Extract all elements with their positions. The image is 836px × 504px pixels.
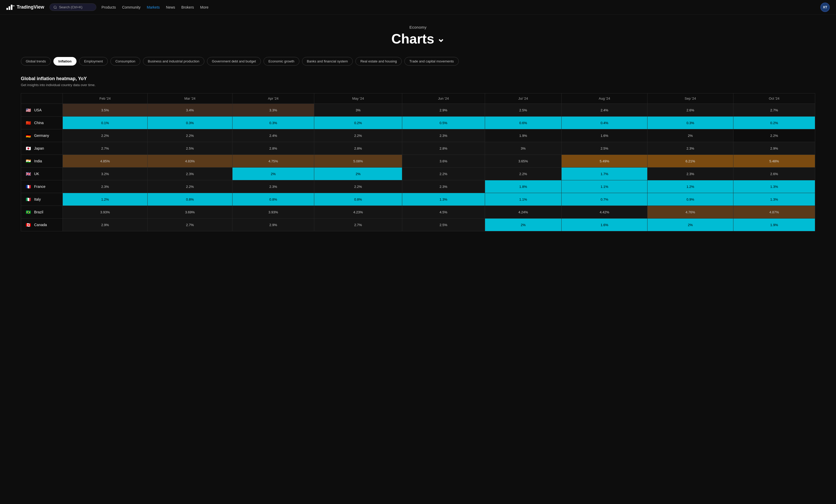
cell-canada-4[interactable]: 2.5% <box>402 218 485 231</box>
cell-china-7[interactable]: 0.3% <box>647 117 734 129</box>
cell-uk-4[interactable]: 2.2% <box>402 168 485 180</box>
cell-usa-3[interactable]: 3% <box>314 104 402 117</box>
country-cell-india[interactable]: 🇮🇳 India <box>21 155 63 168</box>
cell-usa-8[interactable]: 2.7% <box>733 104 815 117</box>
cell-india-3[interactable]: 5.08% <box>314 155 402 168</box>
cell-china-3[interactable]: 0.2% <box>314 117 402 129</box>
cell-brazil-2[interactable]: 3.93% <box>232 206 314 218</box>
table-row[interactable]: 🇫🇷 France 2.3%2.2%2.3%2.2%2.3%1.8%1.1%1.… <box>21 180 815 193</box>
country-cell-germany[interactable]: 🇩🇪 Germany <box>21 129 63 142</box>
cell-germany-2[interactable]: 2.4% <box>232 129 314 142</box>
cell-france-2[interactable]: 2.3% <box>232 180 314 193</box>
country-cell-italy[interactable]: 🇮🇹 Italy <box>21 193 63 206</box>
cell-usa-5[interactable]: 2.5% <box>485 104 561 117</box>
cell-india-0[interactable]: 4.85% <box>63 155 148 168</box>
cell-japan-1[interactable]: 2.5% <box>147 142 232 155</box>
cell-usa-7[interactable]: 2.6% <box>647 104 734 117</box>
country-cell-china[interactable]: 🇨🇳 China <box>21 117 63 129</box>
cell-france-5[interactable]: 1.8% <box>485 180 561 193</box>
cell-uk-3[interactable]: 2% <box>314 168 402 180</box>
nav-community[interactable]: Community <box>122 5 140 9</box>
cell-france-8[interactable]: 1.3% <box>733 180 815 193</box>
nav-markets[interactable]: Markets <box>147 5 160 9</box>
table-row[interactable]: 🇨🇳 China 0.1%0.3%0.3%0.2%0.5%0.6%0.4%0.3… <box>21 117 815 129</box>
cell-france-4[interactable]: 2.3% <box>402 180 485 193</box>
country-cell-usa[interactable]: 🇺🇸 USA <box>21 104 63 117</box>
pill-employment[interactable]: Employment <box>79 57 108 65</box>
cell-canada-6[interactable]: 1.6% <box>562 218 647 231</box>
nav-news[interactable]: News <box>166 5 175 9</box>
nav-brokers[interactable]: Brokers <box>182 5 194 9</box>
cell-canada-0[interactable]: 2.9% <box>63 218 148 231</box>
user-avatar[interactable]: XT <box>820 3 830 12</box>
cell-brazil-6[interactable]: 4.42% <box>562 206 647 218</box>
cell-germany-5[interactable]: 1.9% <box>485 129 561 142</box>
cell-france-7[interactable]: 1.2% <box>647 180 734 193</box>
cell-india-6[interactable]: 5.49% <box>562 155 647 168</box>
table-row[interactable]: 🇬🇧 UK 3.2%2.3%2%2%2.2%2.2%1.7%2.3%2.6% <box>21 168 815 180</box>
chevron-down-icon[interactable]: ⌄ <box>437 33 445 44</box>
cell-brazil-3[interactable]: 4.23% <box>314 206 402 218</box>
cell-italy-5[interactable]: 1.1% <box>485 193 561 206</box>
cell-germany-3[interactable]: 2.2% <box>314 129 402 142</box>
country-cell-japan[interactable]: 🇯🇵 Japan <box>21 142 63 155</box>
cell-italy-3[interactable]: 0.8% <box>314 193 402 206</box>
cell-canada-3[interactable]: 2.7% <box>314 218 402 231</box>
table-row[interactable]: 🇧🇷 Brazil 3.93%3.69%3.93%4.23%4.5%4.24%4… <box>21 206 815 218</box>
cell-usa-0[interactable]: 3.5% <box>63 104 148 117</box>
table-row[interactable]: 🇮🇳 India 4.85%4.83%4.75%5.08%3.6%3.65%5.… <box>21 155 815 168</box>
cell-india-7[interactable]: 6.21% <box>647 155 734 168</box>
country-cell-uk[interactable]: 🇬🇧 UK <box>21 168 63 180</box>
cell-italy-0[interactable]: 1.2% <box>63 193 148 206</box>
pill-inflation[interactable]: Inflation <box>53 57 77 65</box>
cell-uk-0[interactable]: 3.2% <box>63 168 148 180</box>
cell-china-0[interactable]: 0.1% <box>63 117 148 129</box>
cell-italy-7[interactable]: 0.9% <box>647 193 734 206</box>
cell-canada-1[interactable]: 2.7% <box>147 218 232 231</box>
cell-canada-5[interactable]: 2% <box>485 218 561 231</box>
cell-brazil-8[interactable]: 4.87% <box>733 206 815 218</box>
cell-uk-1[interactable]: 2.3% <box>147 168 232 180</box>
pill-trade[interactable]: Trade and capital movements <box>404 57 459 65</box>
pill-global-trends[interactable]: Global trends <box>21 57 51 65</box>
cell-uk-6[interactable]: 1.7% <box>562 168 647 180</box>
pill-government[interactable]: Government debt and budget <box>207 57 261 65</box>
cell-brazil-5[interactable]: 4.24% <box>485 206 561 218</box>
cell-usa-6[interactable]: 2.4% <box>562 104 647 117</box>
cell-uk-8[interactable]: 2.6% <box>733 168 815 180</box>
search-bar[interactable]: Search (Ctrl+K) <box>50 3 96 11</box>
cell-india-8[interactable]: 5.48% <box>733 155 815 168</box>
cell-usa-1[interactable]: 3.4% <box>147 104 232 117</box>
cell-india-5[interactable]: 3.65% <box>485 155 561 168</box>
cell-china-2[interactable]: 0.3% <box>232 117 314 129</box>
table-row[interactable]: 🇮🇹 Italy 1.2%0.8%0.8%0.8%1.3%1.1%0.7%0.9… <box>21 193 815 206</box>
cell-germany-4[interactable]: 2.3% <box>402 129 485 142</box>
cell-usa-2[interactable]: 3.3% <box>232 104 314 117</box>
country-cell-brazil[interactable]: 🇧🇷 Brazil <box>21 206 63 218</box>
cell-china-6[interactable]: 0.4% <box>562 117 647 129</box>
cell-canada-7[interactable]: 2% <box>647 218 734 231</box>
cell-brazil-0[interactable]: 3.93% <box>63 206 148 218</box>
cell-germany-8[interactable]: 2.2% <box>733 129 815 142</box>
table-row[interactable]: 🇯🇵 Japan 2.7%2.5%2.8%2.8%2.8%3%2.5%2.3%2… <box>21 142 815 155</box>
cell-japan-4[interactable]: 2.8% <box>402 142 485 155</box>
cell-uk-5[interactable]: 2.2% <box>485 168 561 180</box>
cell-uk-7[interactable]: 2.3% <box>647 168 734 180</box>
logo[interactable]: TradingView <box>6 4 44 10</box>
pill-business[interactable]: Business and industrial production <box>143 57 204 65</box>
cell-china-5[interactable]: 0.6% <box>485 117 561 129</box>
cell-japan-5[interactable]: 3% <box>485 142 561 155</box>
cell-china-1[interactable]: 0.3% <box>147 117 232 129</box>
table-row[interactable]: 🇺🇸 USA 3.5%3.4%3.3%3%2.9%2.5%2.4%2.6%2.7… <box>21 104 815 117</box>
pill-banks[interactable]: Banks and financial system <box>302 57 353 65</box>
cell-italy-6[interactable]: 0.7% <box>562 193 647 206</box>
cell-france-1[interactable]: 2.2% <box>147 180 232 193</box>
pill-real-estate[interactable]: Real estate and housing <box>355 57 402 65</box>
cell-china-4[interactable]: 0.5% <box>402 117 485 129</box>
pill-consumption[interactable]: Consumption <box>110 57 140 65</box>
table-row[interactable]: 🇩🇪 Germany 2.2%2.2%2.4%2.2%2.3%1.9%1.6%2… <box>21 129 815 142</box>
cell-canada-2[interactable]: 2.9% <box>232 218 314 231</box>
cell-france-3[interactable]: 2.2% <box>314 180 402 193</box>
cell-brazil-7[interactable]: 4.76% <box>647 206 734 218</box>
nav-more[interactable]: More <box>200 5 209 9</box>
